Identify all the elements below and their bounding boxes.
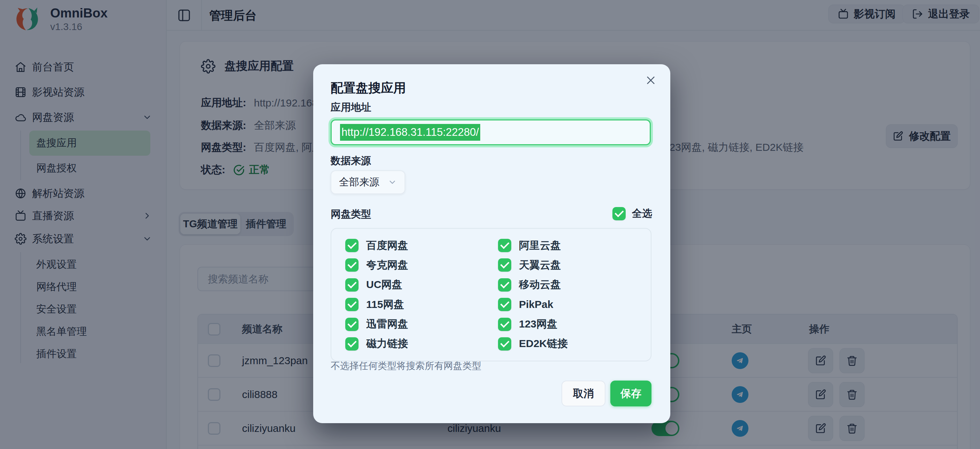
type-checkbox-item[interactable]: 123网盘 (498, 317, 651, 332)
type-checkbox[interactable] (498, 239, 511, 252)
url-field-label: 应用地址 (331, 101, 371, 115)
url-input[interactable]: http://192.168.31.115:22280/ (331, 120, 651, 145)
type-checkbox[interactable] (345, 318, 358, 331)
chevron-down-icon (388, 178, 397, 187)
select-all-label: 全选 (632, 207, 652, 221)
modal-title: 配置盘搜应用 (331, 80, 406, 97)
type-checkbox-item[interactable]: 百度网盘 (345, 238, 498, 253)
type-label: 夸克网盘 (366, 258, 408, 272)
type-label: 天翼云盘 (519, 258, 561, 272)
type-checkbox[interactable] (498, 258, 511, 272)
source-field-label: 数据来源 (331, 154, 371, 168)
type-checkbox-item[interactable]: 115网盘 (345, 297, 498, 312)
cancel-button[interactable]: 取消 (562, 380, 605, 406)
type-label: 磁力链接 (366, 337, 408, 351)
type-checkbox-item[interactable]: 天翼云盘 (498, 257, 651, 273)
type-label: 阿里云盘 (519, 238, 561, 253)
netdisk-type-grid: 百度网盘 阿里云盘 夸克网盘 天翼云盘 UC网盘 移动云盘 115网盘 PikP… (331, 228, 651, 361)
type-checkbox-item[interactable]: 磁力链接 (345, 336, 498, 352)
select-all-types[interactable]: 全选 (612, 207, 652, 221)
configure-pan-search-modal: 配置盘搜应用 应用地址 http://192.168.31.115:22280/… (313, 64, 670, 423)
url-input-selected-text: http://192.168.31.115:22280/ (340, 124, 480, 141)
type-checkbox[interactable] (498, 278, 511, 292)
type-checkbox-item[interactable]: 迅雷网盘 (345, 317, 498, 332)
types-field-label: 网盘类型 (331, 208, 371, 221)
data-source-select[interactable]: 全部来源 (331, 170, 405, 194)
type-label: 迅雷网盘 (366, 317, 408, 331)
data-source-value: 全部来源 (339, 175, 379, 189)
type-checkbox[interactable] (498, 318, 511, 331)
type-checkbox[interactable] (345, 258, 358, 272)
type-checkbox[interactable] (345, 278, 358, 292)
type-checkbox[interactable] (498, 337, 511, 350)
type-checkbox-item[interactable]: UC网盘 (345, 277, 498, 292)
type-checkbox-item[interactable]: PikPak (498, 297, 651, 312)
type-checkbox[interactable] (498, 298, 511, 311)
type-label: 移动云盘 (519, 278, 561, 292)
type-checkbox[interactable] (345, 337, 358, 350)
type-label: 115网盘 (366, 297, 404, 312)
type-label: PikPak (519, 299, 553, 310)
close-icon[interactable] (643, 73, 659, 88)
type-checkbox[interactable] (345, 298, 358, 311)
type-checkbox-item[interactable]: 夸克网盘 (345, 257, 498, 273)
select-all-checkbox[interactable] (612, 207, 626, 220)
type-checkbox-item[interactable]: 移动云盘 (498, 277, 651, 292)
types-hint-text: 不选择任何类型将搜索所有网盘类型 (331, 360, 481, 372)
save-button[interactable]: 保存 (610, 380, 651, 406)
type-checkbox-item[interactable]: 阿里云盘 (498, 238, 651, 253)
type-checkbox-item[interactable]: ED2K链接 (498, 336, 651, 352)
type-label: 123网盘 (519, 317, 557, 331)
type-checkbox[interactable] (345, 239, 358, 252)
type-label: ED2K链接 (519, 337, 568, 351)
type-label: UC网盘 (366, 278, 402, 292)
type-label: 百度网盘 (366, 238, 408, 253)
